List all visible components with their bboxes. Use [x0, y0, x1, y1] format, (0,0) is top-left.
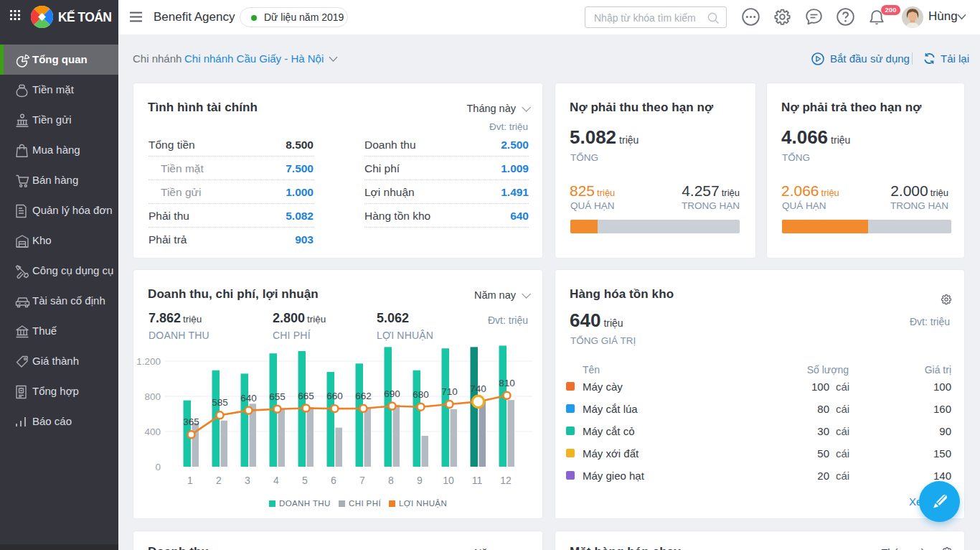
svg-text:10: 10 — [443, 475, 454, 486]
svg-text:1.200: 1.200 — [136, 356, 161, 367]
svg-text:690: 690 — [384, 388, 400, 399]
svg-text:12: 12 — [500, 475, 512, 486]
svg-text:2: 2 — [216, 475, 222, 486]
svg-text:740: 740 — [470, 383, 486, 394]
svg-text:8: 8 — [388, 475, 394, 486]
svg-text:662: 662 — [355, 391, 372, 401]
svg-text:5: 5 — [302, 475, 308, 486]
svg-text:3: 3 — [245, 475, 250, 486]
svg-text:655: 655 — [269, 391, 286, 402]
svg-text:9: 9 — [417, 475, 423, 486]
svg-text:585: 585 — [212, 397, 228, 408]
svg-text:365: 365 — [183, 416, 199, 427]
svg-text:665: 665 — [298, 391, 314, 401]
svg-text:1: 1 — [187, 475, 193, 486]
svg-text:6: 6 — [331, 475, 336, 486]
svg-text:7: 7 — [359, 475, 365, 486]
svg-text:LỢI NHUẬN: LỢI NHUẬN — [399, 499, 447, 508]
svg-text:CHI PHÍ: CHI PHÍ — [349, 499, 381, 508]
svg-text:680: 680 — [413, 389, 429, 400]
svg-text:640: 640 — [240, 393, 257, 404]
svg-text:810: 810 — [499, 378, 515, 388]
svg-text:660: 660 — [326, 391, 343, 401]
svg-text:400: 400 — [144, 427, 161, 437]
svg-text:710: 710 — [441, 386, 458, 397]
svg-text:4: 4 — [273, 475, 279, 486]
svg-text:11: 11 — [472, 475, 483, 486]
svg-text:DOANH THU: DOANH THU — [279, 499, 331, 508]
svg-text:0: 0 — [155, 462, 161, 472]
svg-text:800: 800 — [144, 391, 161, 402]
